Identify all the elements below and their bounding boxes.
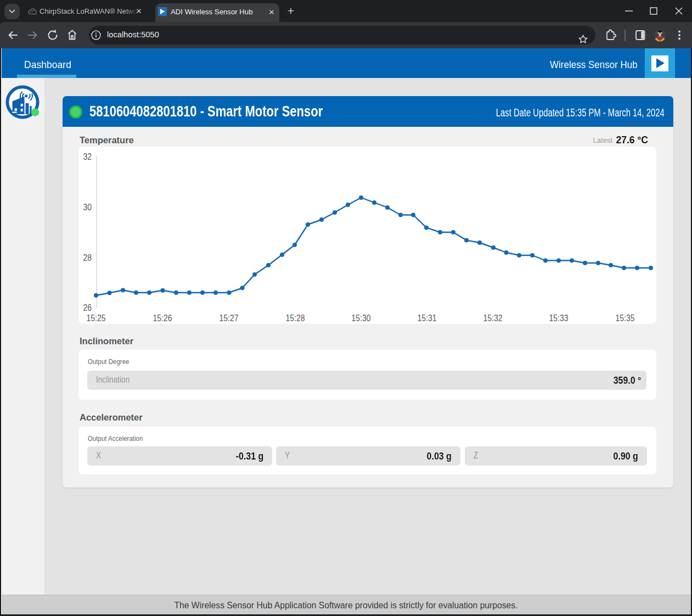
svg-text:15:28: 15:28	[286, 313, 305, 323]
svg-text:15:35: 15:35	[616, 313, 635, 323]
svg-text:15:26: 15:26	[153, 313, 172, 323]
svg-text:15:30: 15:30	[352, 313, 371, 323]
svg-text:26: 26	[83, 303, 92, 313]
svg-text:15:31: 15:31	[418, 313, 437, 323]
svg-text:15:33: 15:33	[549, 313, 569, 323]
svg-text:32: 32	[83, 152, 92, 162]
svg-text:15:25: 15:25	[87, 313, 106, 323]
svg-text:15:32: 15:32	[483, 313, 503, 323]
svg-text:15:27: 15:27	[220, 313, 239, 323]
svg-text:30: 30	[83, 202, 92, 212]
svg-text:28: 28	[83, 253, 92, 263]
